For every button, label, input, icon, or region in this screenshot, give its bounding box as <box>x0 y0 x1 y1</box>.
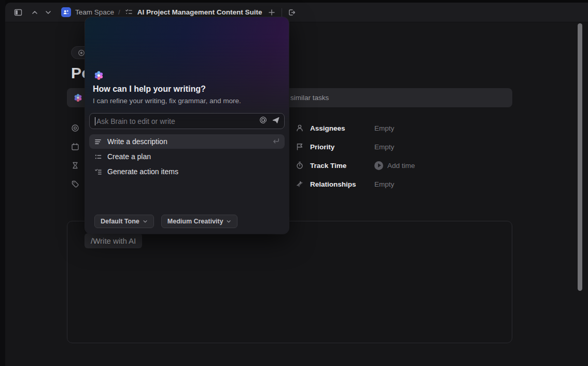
underlying-window-left-sliver <box>0 0 5 366</box>
popup-heading: How can I help your writing? <box>93 85 206 94</box>
plan-list-icon <box>94 152 102 161</box>
tag-icon <box>71 180 79 188</box>
field-value: Add time <box>387 162 415 170</box>
option-create-plan[interactable]: Create a plan <box>89 149 285 164</box>
chevron-down-icon <box>143 219 148 224</box>
chevron-up-icon[interactable] <box>28 6 41 19</box>
field-value[interactable]: Empty <box>374 143 394 151</box>
option-write-description[interactable]: Write a description <box>89 134 285 149</box>
relationships-icon <box>296 180 304 188</box>
topbar-divider <box>282 8 282 17</box>
calendar-icon <box>71 143 79 151</box>
add-time-button[interactable]: Add time <box>374 161 415 170</box>
ai-flower-icon <box>74 93 82 102</box>
stopwatch-icon <box>296 161 304 170</box>
send-icon[interactable] <box>272 116 280 126</box>
tone-dropdown-label: Default Tone <box>101 218 139 225</box>
text-caret <box>95 117 95 125</box>
description-lines-icon <box>94 137 102 146</box>
popup-gradient <box>85 17 289 121</box>
screen: Team Space / AI Project Management Conte… <box>0 0 588 366</box>
return-enter-icon <box>272 137 280 146</box>
field-row-relationships[interactable]: Relationships Empty <box>296 178 394 190</box>
chevron-down-icon <box>226 219 231 224</box>
option-label: Create a plan <box>107 152 151 161</box>
field-label: Relationships <box>310 180 368 188</box>
status-target-icon <box>71 124 79 132</box>
ai-flower-icon <box>94 71 104 80</box>
priority-flag-icon <box>296 143 304 151</box>
scrollbar-thumb[interactable] <box>578 23 582 291</box>
status-circle-icon <box>78 49 85 57</box>
creativity-dropdown[interactable]: Medium Creativity <box>161 215 238 228</box>
field-value[interactable]: Empty <box>374 180 394 188</box>
breadcrumb-doc-title[interactable]: AI Project Management Content Suite <box>137 8 262 16</box>
field-label: Track Time <box>310 162 368 170</box>
ai-options-list: Write a description Create a plan Genera… <box>89 134 285 179</box>
field-label: Priority <box>310 143 368 151</box>
field-row-assignees[interactable]: Assignees Empty <box>296 122 394 134</box>
field-label: Assignees <box>310 124 368 132</box>
field-row-priority[interactable]: Priority Empty <box>296 140 394 153</box>
tone-dropdown[interactable]: Default Tone <box>94 215 154 228</box>
sidebar-toggle-icon[interactable] <box>11 6 25 19</box>
ai-prompt-input[interactable] <box>96 117 259 125</box>
breadcrumb-separator: / <box>118 8 120 16</box>
ai-writing-popup: How can I help your writing? I can refin… <box>85 17 289 234</box>
option-generate-action-items[interactable]: Generate action items <box>89 164 285 179</box>
space-avatar[interactable] <box>61 7 71 17</box>
export-icon[interactable] <box>285 6 299 19</box>
breadcrumb-space[interactable]: Team Space <box>75 8 114 16</box>
hourglass-icon <box>71 161 79 170</box>
popup-bottom-controls: Default Tone Medium Creativity <box>94 215 237 228</box>
option-label: Write a description <box>107 137 167 146</box>
ai-bar-text: similar tasks <box>290 94 329 102</box>
mention-at-icon[interactable] <box>259 116 267 126</box>
ai-input-container[interactable] <box>89 113 285 129</box>
play-icon[interactable] <box>374 161 383 170</box>
popup-subheading: I can refine your writing, fix grammar, … <box>93 97 241 105</box>
chevron-down-icon[interactable] <box>41 6 55 19</box>
action-items-check-icon <box>94 167 102 176</box>
creativity-dropdown-label: Medium Creativity <box>167 218 223 225</box>
assignee-person-icon <box>296 124 304 132</box>
field-value[interactable]: Empty <box>374 124 394 132</box>
option-label: Generate action items <box>107 167 178 176</box>
write-with-ai-ghost[interactable]: /Write with AI <box>85 233 142 248</box>
field-row-track-time[interactable]: Track Time Add time <box>296 159 415 172</box>
